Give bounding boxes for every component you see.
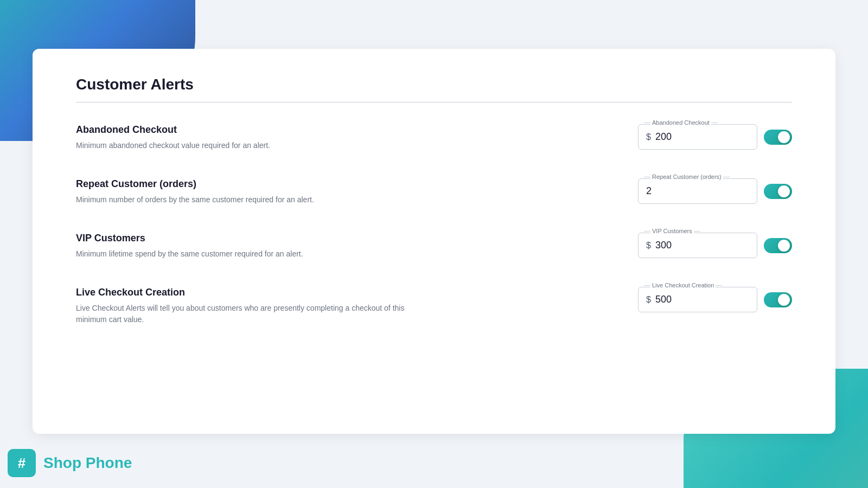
legend-text-vip-customers: VIP Customers (650, 228, 694, 234)
legend-line-right (723, 177, 730, 177)
alert-value-input-live-checkout[interactable] (655, 294, 749, 305)
legend-line-right (711, 123, 718, 123)
alert-title-repeat-customer: Repeat Customer (orders) (76, 178, 314, 190)
alert-toggle-vip-customers[interactable] (764, 238, 792, 253)
alert-input-wrapper-repeat-customer: Repeat Customer (orders) (638, 178, 757, 204)
alert-toggle-repeat-customer[interactable] (764, 184, 792, 199)
alert-title-abandoned-checkout: Abandoned Checkout (76, 124, 270, 136)
alerts-container: Abandoned CheckoutMinimum abandoned chec… (76, 124, 792, 325)
alert-input-wrapper-live-checkout: Live Checkout Creation$ (638, 287, 757, 312)
alert-value-input-abandoned-checkout[interactable] (655, 131, 749, 143)
legend-line-left (644, 285, 650, 286)
brand-icon: # (8, 449, 36, 477)
alert-toggle-abandoned-checkout[interactable] (764, 130, 792, 145)
main-card: Customer Alerts Abandoned CheckoutMinimu… (33, 49, 835, 434)
legend-line-left (644, 123, 650, 123)
alert-toggle-live-checkout[interactable] (764, 292, 792, 307)
alert-currency-live-checkout: $ (646, 295, 651, 305)
legend-text-live-checkout: Live Checkout Creation (650, 282, 716, 288)
alert-control-repeat-customer: Repeat Customer (orders) (638, 178, 792, 204)
legend-line-right (716, 285, 722, 286)
alert-currency-vip-customers: $ (646, 241, 651, 251)
alert-control-abandoned-checkout: Abandoned Checkout$ (638, 124, 792, 150)
alert-info-repeat-customer: Repeat Customer (orders)Minimum number o… (76, 178, 314, 206)
toggle-thumb-vip-customers (778, 240, 790, 252)
alert-row-vip-customers: VIP CustomersMinimum lifetime spend by t… (76, 233, 792, 260)
brand-icon-symbol: # (18, 455, 25, 472)
alert-title-vip-customers: VIP Customers (76, 233, 303, 244)
legend-text-abandoned-checkout: Abandoned Checkout (650, 119, 711, 126)
alert-field-label-abandoned-checkout: Abandoned Checkout (644, 119, 718, 126)
alert-info-vip-customers: VIP CustomersMinimum lifetime spend by t… (76, 233, 303, 260)
alert-control-live-checkout: Live Checkout Creation$ (638, 287, 792, 312)
alert-value-input-vip-customers[interactable] (655, 240, 749, 251)
alert-description-abandoned-checkout: Minimum abandoned checkout value require… (76, 140, 270, 151)
alert-input-wrapper-abandoned-checkout: Abandoned Checkout$ (638, 124, 757, 150)
alert-description-vip-customers: Minimum lifetime spend by the same custo… (76, 248, 303, 260)
toggle-thumb-abandoned-checkout (778, 131, 790, 143)
alert-currency-abandoned-checkout: $ (646, 132, 651, 142)
alert-title-live-checkout: Live Checkout Creation (76, 287, 412, 298)
alert-info-live-checkout: Live Checkout CreationLive Checkout Aler… (76, 287, 412, 325)
alert-description-repeat-customer: Minimum number of orders by the same cus… (76, 194, 314, 206)
alert-control-vip-customers: VIP Customers$ (638, 233, 792, 258)
alert-input-wrapper-vip-customers: VIP Customers$ (638, 233, 757, 258)
legend-text-repeat-customer: Repeat Customer (orders) (650, 174, 723, 180)
brand-name: Shop Phone (43, 454, 132, 472)
alert-value-input-repeat-customer[interactable] (646, 185, 749, 197)
title-divider (76, 102, 792, 102)
alert-description-live-checkout: Live Checkout Alerts will tell you about… (76, 303, 412, 325)
alert-field-label-vip-customers: VIP Customers (644, 228, 700, 234)
toggle-thumb-repeat-customer (778, 185, 790, 197)
legend-line-left (644, 231, 650, 232)
toggle-thumb-live-checkout (778, 294, 790, 306)
page-title: Customer Alerts (76, 76, 792, 93)
alert-field-label-repeat-customer: Repeat Customer (orders) (644, 174, 730, 180)
legend-line-right (694, 231, 700, 232)
legend-line-left (644, 177, 650, 177)
alert-info-abandoned-checkout: Abandoned CheckoutMinimum abandoned chec… (76, 124, 270, 151)
alert-row-live-checkout: Live Checkout CreationLive Checkout Aler… (76, 287, 792, 325)
alert-row-abandoned-checkout: Abandoned CheckoutMinimum abandoned chec… (76, 124, 792, 151)
alert-field-label-live-checkout: Live Checkout Creation (644, 282, 722, 288)
alert-row-repeat-customer: Repeat Customer (orders)Minimum number o… (76, 178, 792, 206)
bottom-brand: # Shop Phone (8, 449, 132, 477)
